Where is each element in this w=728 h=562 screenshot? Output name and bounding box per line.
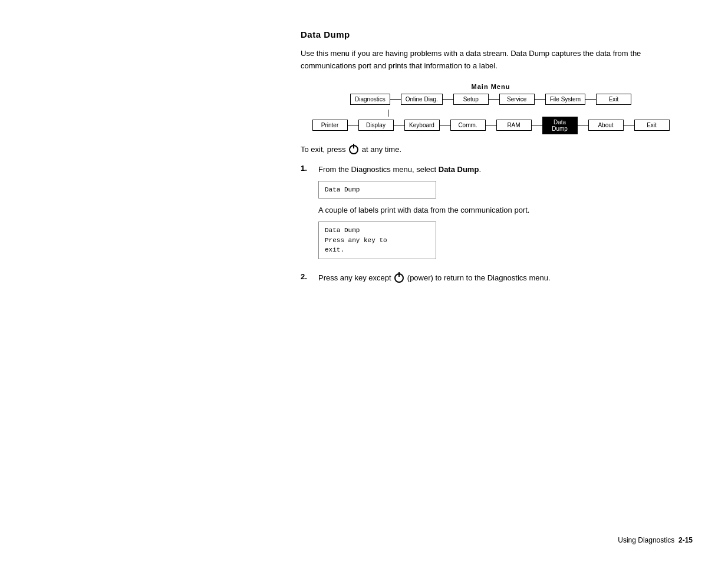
step-1-middle-text: A couple of labels print with data from … xyxy=(318,204,681,217)
screen-box-1: Data Dump xyxy=(318,181,436,199)
menu-item-exit-2: Exit xyxy=(634,120,670,131)
menu-item-exit-1: Exit xyxy=(596,94,631,105)
menu-item-keyboard: Keyboard xyxy=(404,120,440,131)
step-1-text-bold: Data Dump xyxy=(439,165,479,174)
menu-item-service: Service xyxy=(499,94,535,105)
menu-item-comm: Comm. xyxy=(450,120,486,131)
connector xyxy=(440,125,450,125)
connector xyxy=(348,125,358,125)
screen-box-2: Data Dump Press any key to exit. xyxy=(318,222,436,259)
connector xyxy=(489,99,499,100)
exit-instruction: To exit, press at any time. xyxy=(301,145,681,155)
menu-row-1: Diagnostics Online Diag. Setup Service F… xyxy=(301,94,681,105)
menu-item-ram: RAM xyxy=(496,120,532,131)
step-1: 1. From the Diagnostics menu, select Dat… xyxy=(301,164,681,265)
menu-item-setup: Setup xyxy=(453,94,489,105)
connector xyxy=(535,99,545,100)
connector xyxy=(585,99,596,100)
menu-item-about: About xyxy=(588,120,624,131)
step-2-number: 2. xyxy=(301,272,314,281)
page-title: Data Dump xyxy=(301,29,681,39)
connector xyxy=(624,125,634,125)
menu-diagram: Main Menu Diagnostics Online Diag. Setup… xyxy=(301,83,681,134)
menu-diagram-label: Main Menu xyxy=(301,83,681,90)
page-footer: Using Diagnostics 2-15 xyxy=(618,536,693,544)
connector xyxy=(443,99,453,100)
step-2-text-before: Press any key except xyxy=(318,273,391,282)
connector xyxy=(486,125,496,125)
step-1-number: 1. xyxy=(301,164,314,173)
power-button-icon xyxy=(349,145,358,154)
connector xyxy=(394,125,404,125)
connector xyxy=(578,125,588,125)
exit-text-after: at any time. xyxy=(362,145,401,154)
step-1-content: From the Diagnostics menu, select Data D… xyxy=(318,164,681,265)
step-2-content: Press any key except (power) to return t… xyxy=(318,272,681,285)
menu-item-printer: Printer xyxy=(312,120,348,131)
exit-text-before: To exit, press xyxy=(301,145,346,154)
menu-item-display: Display xyxy=(358,120,394,131)
connector xyxy=(390,99,401,100)
menu-row-2: Printer Display Keyboard Comm. RAM DataD… xyxy=(301,117,681,134)
footer-text: Using Diagnostics xyxy=(618,536,674,544)
step-1-text: From the Diagnostics menu, select Data D… xyxy=(318,164,681,176)
step-1-text-after: . xyxy=(479,165,481,174)
power-button-icon-2 xyxy=(394,273,404,283)
step-1-text-before: From the Diagnostics menu, select xyxy=(318,165,439,174)
step-2-text-end: (power) to return to the Diagnostics men… xyxy=(407,273,551,282)
menu-item-data-dump: DataDump xyxy=(542,117,578,134)
step-2: 2. Press any key except (power) to retur… xyxy=(301,272,681,285)
footer-page: 2-15 xyxy=(678,536,693,544)
menu-item-diagnostics: Diagnostics xyxy=(350,94,390,105)
menu-item-file-system: File System xyxy=(545,94,585,105)
menu-item-online-diag: Online Diag. xyxy=(401,94,443,105)
connector xyxy=(532,125,542,125)
intro-paragraph: Use this menu if you are having problems… xyxy=(301,48,681,72)
steps-container: 1. From the Diagnostics menu, select Dat… xyxy=(301,164,681,284)
